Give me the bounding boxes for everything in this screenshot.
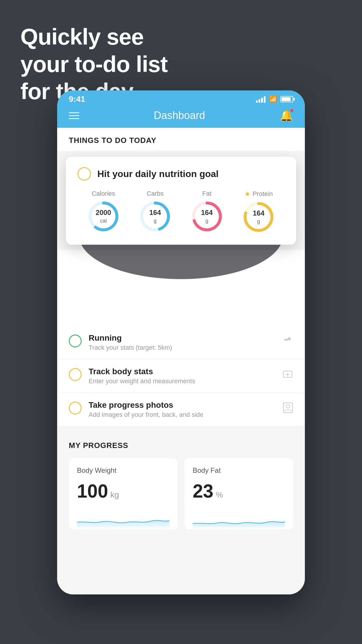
photos-name: Take progress photos [89, 400, 276, 410]
nav-title: Dashboard [154, 109, 205, 122]
fat-value: 164g [201, 209, 213, 224]
protein-item: ★ Protein 164g [242, 190, 275, 233]
body-stats-desc: Enter your weight and measurements [89, 377, 275, 385]
nav-bar: Dashboard 🔔 [57, 106, 305, 128]
protein-ring: 164g [242, 201, 275, 233]
body-fat-card: Body Fat 23 % [184, 458, 293, 529]
status-bar: 9:41 📶 [57, 90, 305, 106]
body-stats-name: Track body stats [89, 367, 275, 376]
carbs-label: Carbs [147, 190, 164, 197]
body-stats-text: Track body stats Enter your weight and m… [89, 367, 275, 385]
phone-screen: 9:41 📶 Dashboard [57, 90, 305, 594]
photos-desc: Add images of your front, back, and side [89, 411, 276, 419]
calories-label: Calories [92, 190, 115, 197]
fat-ring: 164g [191, 200, 223, 232]
scale-icon [282, 369, 293, 382]
body-weight-number: 100 [77, 480, 108, 502]
signal-icon [256, 96, 266, 103]
things-section-title: THINGS TO DO TODAY [69, 136, 157, 145]
card-title: Hit your daily nutrition goal [97, 169, 219, 179]
nutrition-circles-row: Calories 2000cal [78, 190, 284, 233]
notification-badge [290, 108, 294, 113]
star-icon: ★ [244, 190, 251, 198]
svg-point-12 [286, 405, 290, 408]
todo-body-stats[interactable]: Track body stats Enter your weight and m… [57, 359, 305, 393]
calories-ring: 2000cal [87, 200, 120, 232]
protein-value: 164g [253, 209, 264, 225]
running-text: Running Track your stats (target: 5km) [89, 333, 275, 351]
carbs-ring: 164g [139, 200, 171, 232]
body-fat-label: Body Fat [193, 466, 285, 475]
status-time: 9:41 [69, 94, 85, 104]
body-fat-chart [193, 509, 285, 529]
notification-bell-button[interactable]: 🔔 [280, 109, 293, 122]
body-weight-label: Body Weight [77, 466, 169, 475]
photos-checkbox[interactable] [69, 402, 82, 414]
body-weight-value-row: 100 kg [77, 480, 169, 502]
wifi-icon: 📶 [269, 95, 277, 103]
fat-label: Fat [202, 190, 212, 197]
floating-card-container: Hit your daily nutrition goal Calories [57, 151, 305, 250]
todo-running[interactable]: Running Track your stats (target: 5km) [57, 326, 305, 359]
progress-title: MY PROGRESS [69, 441, 293, 450]
body-fat-value-row: 23 % [193, 480, 285, 502]
things-section-header: THINGS TO DO TODAY [57, 128, 305, 151]
running-name: Running [89, 333, 275, 343]
goal-checkbox[interactable] [78, 167, 91, 181]
todo-progress-photos[interactable]: Take progress photos Add images of your … [57, 393, 305, 426]
progress-cards-row: Body Weight 100 kg [69, 458, 293, 529]
body-weight-card: Body Weight 100 kg [69, 458, 178, 529]
fat-item: Fat 164g [191, 190, 223, 232]
body-fat-unit: % [216, 490, 223, 500]
protein-label: ★ Protein [244, 190, 273, 198]
running-desc: Track your stats (target: 5km) [89, 344, 275, 351]
body-weight-unit: kg [110, 490, 119, 500]
photos-text: Take progress photos Add images of your … [89, 400, 276, 419]
phone-mockup: 9:41 📶 Dashboard [57, 90, 305, 594]
body-stats-checkbox[interactable] [69, 368, 82, 381]
running-checkbox[interactable] [69, 335, 82, 347]
carbs-item: Carbs 164g [139, 190, 171, 232]
card-header: Hit your daily nutrition goal [78, 167, 284, 181]
person-icon [283, 402, 293, 416]
content-area: THINGS TO DO TODAY Hit your daily nutrit… [57, 128, 305, 594]
battery-icon [280, 96, 293, 102]
carbs-value: 164g [149, 209, 161, 224]
hamburger-menu-icon[interactable] [69, 112, 79, 119]
body-fat-number: 23 [193, 480, 213, 502]
status-icons: 📶 [256, 95, 293, 103]
progress-section: MY PROGRESS Body Weight 100 kg [57, 426, 305, 541]
calories-value: 2000cal [96, 209, 111, 224]
body-weight-chart [77, 509, 169, 529]
calories-item: Calories 2000cal [87, 190, 120, 232]
running-icon [282, 335, 293, 346]
nutrition-goal-card: Hit your daily nutrition goal Calories [66, 157, 296, 245]
